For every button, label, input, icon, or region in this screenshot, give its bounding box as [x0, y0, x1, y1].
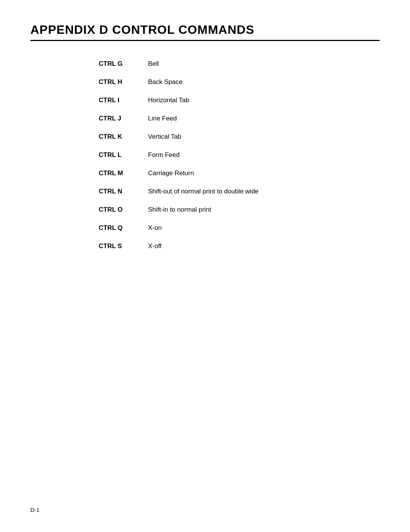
- command-key: CTRL K: [99, 133, 148, 141]
- command-description: Shift-out of normal print to double wide: [148, 188, 259, 195]
- command-key: CTRL N: [99, 188, 148, 195]
- command-key: CTRL J: [99, 115, 148, 122]
- command-row: CTRL LForm Feed: [99, 151, 380, 159]
- command-description: X-on: [148, 224, 162, 232]
- command-row: CTRL GBell: [99, 60, 380, 68]
- command-row: CTRL MCarriage Return: [99, 169, 380, 177]
- commands-table: CTRL GBellCTRL HBack SpaceCTRL IHorizont…: [99, 60, 380, 250]
- command-row: CTRL JLine Feed: [99, 115, 380, 122]
- page-title: APPENDIX D CONTROL COMMANDS: [30, 23, 380, 37]
- command-description: Vertical Tab: [148, 133, 181, 141]
- command-description: Carriage Return: [148, 169, 194, 177]
- command-row: CTRL HBack Space: [99, 78, 380, 86]
- command-description: Horizontal Tab: [148, 97, 189, 104]
- command-description: Bell: [148, 60, 159, 68]
- page-footer: D-1: [30, 507, 39, 513]
- command-key: CTRL G: [99, 60, 148, 68]
- command-row: CTRL IHorizontal Tab: [99, 97, 380, 104]
- command-description: Shift-in to normal print: [148, 206, 211, 214]
- command-key: CTRL L: [99, 151, 148, 159]
- command-key: CTRL S: [99, 242, 148, 250]
- title-section: APPENDIX D CONTROL COMMANDS: [30, 23, 380, 41]
- command-description: Line Feed: [148, 115, 177, 122]
- command-row: CTRL SX-off: [99, 242, 380, 250]
- command-row: CTRL QX-on: [99, 224, 380, 232]
- command-description: Back Space: [148, 78, 183, 86]
- command-key: CTRL H: [99, 78, 148, 86]
- command-key: CTRL O: [99, 206, 148, 214]
- command-key: CTRL I: [99, 97, 148, 104]
- command-row: CTRL NShift-out of normal print to doubl…: [99, 188, 380, 195]
- command-description: X-off: [148, 242, 162, 250]
- command-key: CTRL Q: [99, 224, 148, 232]
- command-key: CTRL M: [99, 169, 148, 177]
- page: APPENDIX D CONTROL COMMANDS CTRL GBellCT…: [0, 0, 410, 532]
- command-row: CTRL OShift-in to normal print: [99, 206, 380, 214]
- command-description: Form Feed: [148, 151, 180, 159]
- command-row: CTRL KVertical Tab: [99, 133, 380, 141]
